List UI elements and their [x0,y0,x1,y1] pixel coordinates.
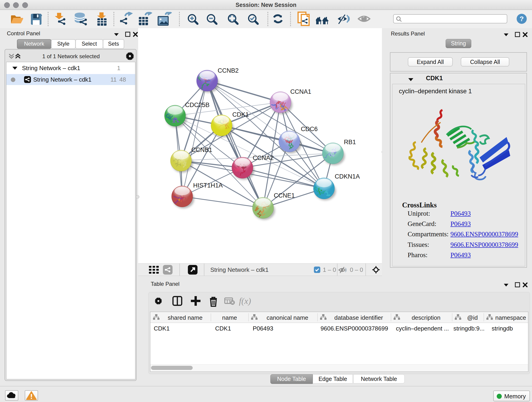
svg-text:CDK1: CDK1 [232,111,249,118]
svg-text:HIST1H1A: HIST1H1A [193,182,223,189]
svg-text:CCNA2: CCNA2 [253,154,274,161]
svg-text:CCNB2: CCNB2 [218,67,239,74]
svg-text:CCNE1: CCNE1 [274,192,295,199]
svg-text:CDC6: CDC6 [301,126,318,133]
svg-text:?: ? [520,15,524,22]
svg-text:RB1: RB1 [344,139,356,146]
svg-text:CCNA1: CCNA1 [290,88,311,95]
svg-text:CDC25B: CDC25B [185,102,210,108]
svg-text:CCNB1: CCNB1 [191,147,212,153]
svg-text:f(x): f(x) [239,296,251,306]
svg-text:CDKN1A: CDKN1A [335,173,360,180]
